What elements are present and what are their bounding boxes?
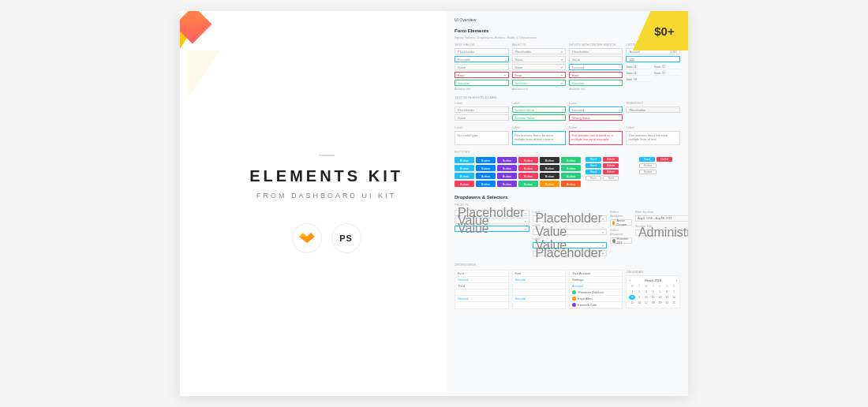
menu-item[interactable]: Second [455, 277, 507, 283]
menu-item[interactable]: Kenneth Cole [570, 302, 622, 308]
list-item[interactable]: Item #2 [654, 64, 680, 69]
textarea[interactable]: The textarea has errored as a multiple l… [569, 131, 623, 145]
menu-item[interactable]: Third [455, 283, 507, 289]
assignee-select[interactable]: Annie Cooper [610, 219, 632, 226]
textarea[interactable]: This textarea has a bit more multiple li… [626, 131, 680, 145]
button[interactable]: Button [540, 165, 559, 171]
menu-item[interactable] [513, 289, 565, 296]
switch-input[interactable]: Error [569, 72, 623, 78]
select-input[interactable]: Error [512, 72, 566, 78]
select-input[interactable]: Value [455, 226, 529, 232]
delete-button[interactable]: Delete [603, 157, 619, 162]
menu-item[interactable] [513, 283, 565, 289]
button[interactable]: Button [561, 181, 581, 187]
button[interactable]: Button [540, 173, 559, 179]
calendar-day[interactable]: 5 [657, 289, 664, 294]
menu-item[interactable]: Theodore Dobbins [570, 289, 622, 296]
button[interactable]: Button [455, 165, 474, 171]
select-input[interactable]: Value [512, 64, 566, 70]
text-input[interactable]: Placeholder [455, 48, 508, 54]
button[interactable]: Button [497, 157, 517, 163]
delete-button[interactable]: Delete [603, 163, 619, 168]
button[interactable]: Button [476, 165, 496, 171]
button[interactable]: Button [540, 157, 559, 163]
calendar-day[interactable]: 3 [643, 289, 649, 294]
text-input[interactable]: Wrong Value [569, 114, 623, 121]
list-item[interactable]: Item #1 [626, 64, 652, 69]
button[interactable]: Button [561, 157, 581, 163]
select-input[interactable]: Value [533, 229, 608, 235]
menu-item[interactable]: Your Account [570, 271, 622, 277]
date-range-input[interactable]: Aug 6, 2018 – Aug 18, 2018 [635, 215, 688, 222]
calendar-day[interactable]: 19 [657, 301, 664, 305]
text-input[interactable]: Value [455, 64, 508, 70]
send-button[interactable]: Send [586, 170, 601, 174]
calendar-day[interactable]: 14 [671, 295, 677, 300]
text-input[interactable]: Current Value [512, 106, 566, 113]
text-input[interactable]: Focused [455, 56, 508, 62]
text-input[interactable]: Success [455, 80, 508, 86]
button[interactable]: Button [455, 181, 474, 187]
menu-item[interactable]: Faye Allen [570, 296, 622, 302]
button[interactable]: Button [455, 173, 474, 179]
switch-input[interactable]: Placeholder [569, 48, 623, 54]
calendar-day[interactable]: 7 [671, 289, 677, 294]
calendar-day[interactable]: 8 [629, 295, 635, 300]
button[interactable]: Button [497, 165, 517, 171]
button[interactable]: Button [476, 157, 496, 163]
back-button[interactable]: Back [586, 176, 601, 181]
switch-input[interactable]: Value [569, 56, 623, 62]
button[interactable]: Button [497, 181, 517, 187]
textarea[interactable]: You could type... [455, 131, 508, 145]
select-input[interactable]: Value [512, 56, 566, 62]
calendar-day[interactable]: 10 [643, 295, 649, 300]
button[interactable]: Button [518, 165, 538, 171]
text-input[interactable]: Placeholder [455, 106, 508, 113]
button[interactable]: Button [455, 157, 474, 163]
calendar-prev-icon[interactable]: ‹ [629, 278, 630, 282]
select-input[interactable]: Administration [635, 230, 688, 236]
select-input[interactable]: Placeholder [533, 215, 608, 222]
button[interactable]: Button [639, 163, 657, 168]
button[interactable]: Button [497, 173, 517, 179]
calendar-day[interactable]: 18 [650, 301, 657, 305]
send-button[interactable]: Send [586, 163, 601, 168]
assignee-select[interactable]: Houston JDT [610, 237, 632, 244]
calendar-day[interactable]: 20 [664, 301, 670, 305]
textarea[interactable]: This textarea has a bit more multiple li… [512, 131, 566, 145]
calendar-day[interactable]: 1 [629, 289, 635, 294]
calendar-day[interactable]: 6 [664, 289, 670, 294]
list-item[interactable]: Item #2 [654, 70, 680, 76]
next-button[interactable]: Next [603, 176, 619, 181]
menu-item[interactable]: First [513, 271, 565, 277]
calendar-day[interactable]: 13 [664, 295, 670, 300]
delete-button[interactable]: Delete [657, 157, 672, 162]
button[interactable]: Button [476, 181, 496, 187]
calendar-day[interactable]: 21 [671, 301, 677, 305]
menu-item[interactable]: Second [513, 296, 565, 302]
switch-input[interactable]: Focused [569, 64, 623, 70]
calendar-day[interactable]: 2 [636, 289, 642, 294]
select-input[interactable]: Placeholder [512, 48, 566, 54]
button[interactable]: Button [561, 165, 581, 171]
menu-item[interactable]: Account [570, 283, 622, 289]
calendar-day[interactable]: 16 [636, 301, 642, 305]
calendar-day[interactable]: 15 [629, 301, 635, 305]
menu-item[interactable]: Second [513, 277, 565, 283]
calendar-day[interactable]: 12 [657, 295, 664, 300]
button[interactable]: Button [476, 173, 496, 179]
amount-input[interactable]: 400 [626, 56, 680, 62]
list-item[interactable]: Item #3 [626, 77, 652, 82]
menu-item[interactable]: First [455, 271, 507, 277]
menu-item[interactable]: Settings [570, 277, 622, 283]
menu-item[interactable] [455, 289, 507, 296]
button[interactable]: Button [518, 173, 538, 179]
send-button[interactable]: Send [586, 157, 601, 162]
button[interactable]: Button [518, 157, 538, 163]
text-input[interactable]: Entered Value [512, 114, 566, 121]
calendar-next-icon[interactable]: › [676, 278, 677, 282]
list-item[interactable]: Item #1 [626, 70, 652, 76]
button[interactable]: Button [518, 181, 538, 187]
text-input[interactable]: Value [455, 114, 508, 121]
text-input[interactable]: Error [455, 72, 508, 78]
